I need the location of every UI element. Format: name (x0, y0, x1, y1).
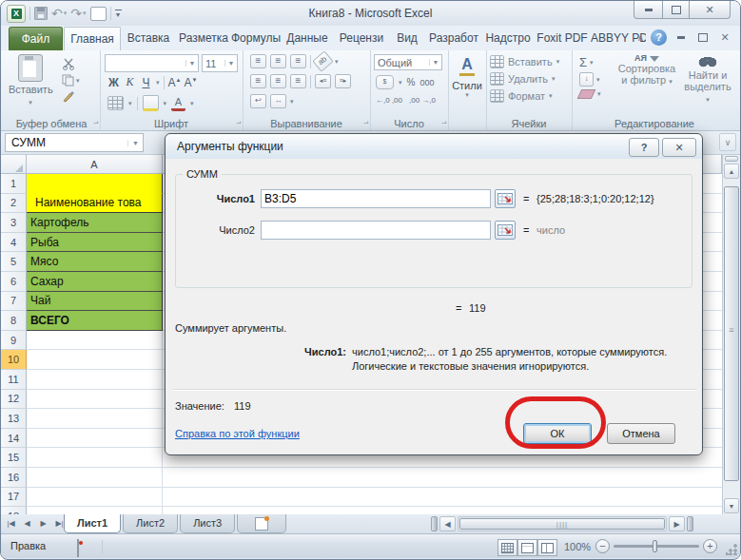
column-a-header[interactable]: A (27, 155, 163, 174)
row-header[interactable]: 12 (1, 390, 27, 410)
undo-dropdown-icon[interactable]: ▾ (64, 6, 68, 21)
workbook-minimize-button[interactable] (673, 31, 689, 45)
vertical-scrollbar[interactable]: ▲ ≡ ▼ (722, 155, 740, 514)
decrease-indent-icon[interactable]: ◂≡ (315, 74, 331, 88)
insert-worksheet-tab[interactable] (237, 514, 286, 533)
align-right-icon[interactable]: ≡ (290, 74, 306, 88)
number-dialog-launcher[interactable]: ⌐ (441, 119, 446, 127)
fill-color-dropdown-icon[interactable]: ▾ (164, 100, 167, 107)
arg1-range-picker-button[interactable] (495, 189, 516, 208)
row-header[interactable]: 7 (1, 292, 27, 312)
decrease-decimal-icon[interactable]: ,00 →,0 (409, 96, 436, 105)
vertical-scroll-thumb[interactable]: ≡ (724, 186, 739, 481)
customize-qat-button[interactable]: ▼ (115, 10, 122, 17)
tab-home[interactable]: Главная (64, 27, 121, 51)
hscroll-splitter[interactable] (687, 516, 693, 531)
font-color-dropdown-icon[interactable]: ▾ (190, 100, 194, 107)
percent-button[interactable]: % (407, 77, 416, 87)
align-bottom-icon[interactable]: ≡ (290, 54, 306, 68)
cell-a4[interactable]: Рыба (27, 233, 163, 253)
cell-a5[interactable]: Мясо (27, 252, 163, 272)
row-header[interactable]: 15 (1, 448, 27, 468)
table-mode-button[interactable] (90, 7, 107, 21)
cut-button[interactable] (62, 57, 80, 71)
align-center-icon[interactable]: ≡ (270, 74, 286, 88)
font-color-icon[interactable]: А (171, 96, 185, 111)
formula-bar-expand-icon[interactable]: ∨ (719, 133, 736, 151)
tab-formulas[interactable]: Формулы (231, 27, 281, 50)
cell-a10[interactable] (27, 350, 163, 370)
merge-dropdown-icon[interactable]: ▾ (290, 98, 294, 106)
font-size-combo[interactable]: 11▼ (202, 54, 238, 72)
cell-a13[interactable] (27, 409, 163, 429)
row-header[interactable]: 5 (1, 252, 27, 272)
scroll-up-button[interactable]: ▲ (724, 164, 739, 179)
table-row[interactable]: 18 (1, 507, 722, 514)
cell-a1[interactable] (27, 174, 163, 194)
underline-dropdown-icon[interactable]: ▾ (156, 79, 160, 87)
paste-button[interactable]: Вставить▾ (9, 54, 52, 106)
close-button[interactable]: ✕ (689, 1, 731, 19)
select-all-corner[interactable] (1, 155, 27, 174)
collapse-ribbon-icon[interactable]: ∧ (637, 32, 644, 43)
styles-button[interactable]: А Стили ▾ (448, 56, 486, 99)
cell-a2[interactable]: Наименование това (27, 194, 163, 214)
row-header[interactable]: 18 (1, 507, 27, 514)
scroll-down-button[interactable]: ▼ (724, 498, 739, 513)
next-sheet-button[interactable]: ▶ (36, 516, 50, 531)
bold-button[interactable]: Ж (107, 76, 120, 89)
row-header[interactable]: 9 (1, 331, 27, 351)
cell-a14[interactable] (27, 429, 163, 449)
table-row[interactable]: 17 (1, 488, 722, 508)
tab-view[interactable]: Вид (389, 27, 425, 50)
copy-dropdown-icon[interactable]: ▾ (76, 77, 80, 85)
tab-page-layout[interactable]: Разметка (176, 27, 231, 50)
find-select-button[interactable]: Найти ивыделить ▾ (682, 54, 733, 106)
row-header[interactable]: 8 (1, 311, 27, 331)
cell-a11[interactable] (27, 370, 163, 390)
row-header[interactable]: 3 (1, 213, 27, 233)
delete-cells-button[interactable]: Удалить▾ (490, 72, 559, 86)
zoom-in-button[interactable]: + (703, 539, 717, 553)
clipboard-dialog-launcher[interactable]: ⌐ (93, 119, 98, 127)
tab-review[interactable]: Рецензи (334, 27, 389, 50)
currency-icon[interactable]: $ (376, 75, 394, 89)
name-box[interactable]: СУММ ▼ (5, 133, 144, 152)
grid-filler[interactable] (163, 488, 722, 508)
fill-color-icon[interactable] (143, 95, 159, 111)
table-row[interactable]: 16 (1, 468, 722, 488)
format-cells-button[interactable]: Формат▾ (490, 89, 559, 103)
format-painter-button[interactable] (62, 89, 80, 104)
align-middle-icon[interactable]: ≡ (270, 54, 286, 68)
tab-insert[interactable]: Вставка (121, 27, 176, 50)
page-layout-view-button[interactable] (517, 539, 537, 556)
row-header[interactable]: 13 (1, 409, 27, 429)
tab-foxit-pdf[interactable]: Foxit PDF (534, 27, 591, 50)
prev-sheet-button[interactable]: ◀ (20, 516, 34, 531)
row-header-active[interactable]: 10 (1, 350, 27, 370)
undo-button[interactable]: ↶▾ (51, 6, 67, 21)
row-header[interactable]: 2 (1, 194, 27, 214)
font-name-combo[interactable]: ▼ (105, 54, 199, 72)
row-header[interactable]: 6 (1, 272, 27, 292)
orientation-icon[interactable]: ab (312, 50, 334, 71)
cell-a8[interactable]: ВСЕГО (27, 311, 163, 331)
row-header[interactable]: 17 (1, 488, 27, 508)
tab-addins[interactable]: Надстро (482, 27, 534, 50)
cell-a7[interactable]: Чай (27, 292, 163, 312)
row-header[interactable]: 1 (1, 174, 27, 194)
zoom-slider-thumb[interactable] (653, 540, 657, 552)
vertical-split-handle[interactable] (725, 156, 738, 162)
sheet-tab-list1[interactable]: Лист1 (64, 514, 121, 533)
hscroll-right-button[interactable]: ▶ (669, 516, 685, 531)
sheet-tab-list3[interactable]: Лист3 (180, 514, 235, 533)
tab-scroll-splitter[interactable] (431, 516, 438, 531)
currency-dropdown-icon[interactable]: ▾ (399, 79, 402, 87)
paste-dropdown-icon[interactable]: ▾ (29, 99, 32, 106)
save-button[interactable] (34, 7, 48, 20)
page-break-view-button[interactable] (537, 539, 557, 556)
orientation-dropdown-icon[interactable]: ▾ (335, 58, 339, 66)
sheet-tab-list2[interactable]: Лист2 (123, 514, 178, 533)
dialog-close-button[interactable]: ✕ (662, 138, 696, 157)
hscroll-left-button[interactable]: ◀ (439, 516, 456, 531)
